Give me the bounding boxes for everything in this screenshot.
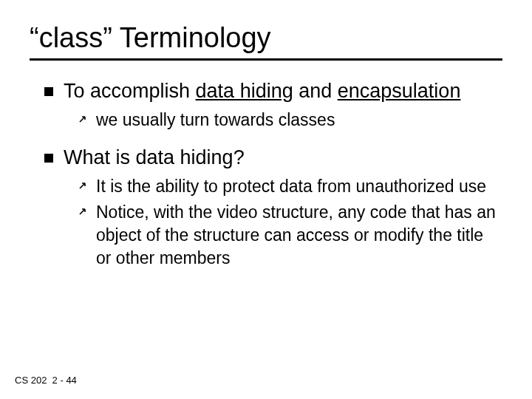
slide-footer: CS 202 2 - 44 [15,375,77,386]
bullet-1-underline-1: data hiding [196,80,293,102]
slide-title: “class” Terminology [30,22,502,61]
arrow-icon [78,180,89,190]
sub-item: Notice, with the video structure, any co… [78,201,502,270]
sub-item-text: we usually turn towards classes [96,109,335,132]
bullet-1: To accomplish data hiding and encapsulat… [44,78,502,104]
slide-body: To accomplish data hiding and encapsulat… [30,78,502,270]
footer-page: 2 - 44 [52,375,77,386]
arrow-icon [78,113,89,123]
bullet-2: What is data hiding? [44,145,502,171]
bullet-1-text: To accomplish data hiding and encapsulat… [64,78,460,104]
sub-item-text: It is the ability to protect data from u… [96,175,486,198]
sub-item: we usually turn towards classes [78,109,502,132]
sub-item: It is the ability to protect data from u… [78,175,502,198]
bullet-1-sublist: we usually turn towards classes [44,109,502,132]
bullet-2-text: What is data hiding? [64,145,245,171]
square-bullet-icon [44,154,53,163]
bullet-1-underline-2: encapsulation [338,80,461,102]
bullet-2-sublist: It is the ability to protect data from u… [44,175,502,270]
arrow-icon [78,205,89,216]
sub-item-text: Notice, with the video structure, any co… [96,201,502,270]
footer-course: CS 202 [15,375,47,386]
bullet-1-mid: and [293,80,338,102]
bullet-1-pre: To accomplish [64,80,196,102]
square-bullet-icon [44,87,53,96]
